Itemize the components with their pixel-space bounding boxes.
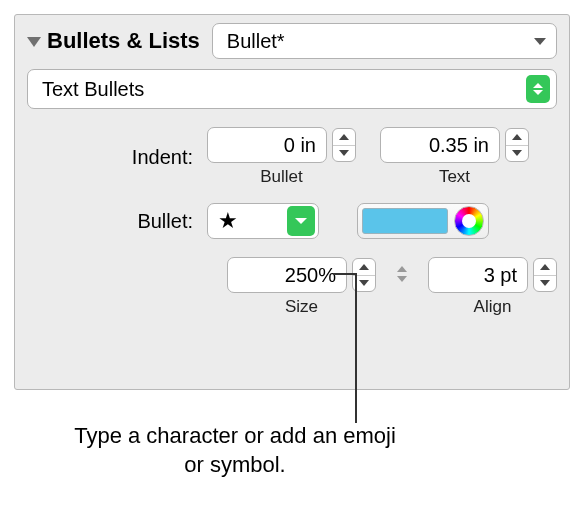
align-stepper[interactable] bbox=[533, 258, 557, 292]
bullet-indent-stepper[interactable] bbox=[332, 128, 356, 162]
color-wheel-icon[interactable] bbox=[454, 206, 484, 236]
bullet-row: Bullet: ★ bbox=[15, 203, 569, 239]
popup-stepper-icon bbox=[526, 75, 550, 103]
bullet-label: Bullet: bbox=[27, 210, 207, 233]
indent-label: Indent: bbox=[27, 146, 207, 169]
callout-caption: Type a character or add an emoji or symb… bbox=[70, 422, 400, 479]
bullet-color-well[interactable] bbox=[357, 203, 489, 239]
align-sublabel: Align bbox=[474, 297, 512, 317]
bullet-type-select[interactable]: Text Bullets bbox=[27, 69, 557, 109]
disclosure-triangle-icon[interactable] bbox=[27, 37, 41, 47]
bullet-character-field[interactable]: ★ bbox=[207, 203, 319, 239]
list-style-value: Bullet* bbox=[227, 30, 285, 53]
bullet-indent-input[interactable] bbox=[207, 127, 327, 163]
size-input[interactable] bbox=[227, 257, 347, 293]
callout-line bbox=[355, 273, 357, 423]
bullets-lists-panel: Bullets & Lists Bullet* Text Bullets Ind… bbox=[14, 14, 570, 390]
bullet-type-value: Text Bullets bbox=[42, 78, 144, 101]
list-style-select[interactable]: Bullet* bbox=[212, 23, 557, 59]
section-header: Bullets & Lists Bullet* bbox=[15, 23, 569, 69]
section-title: Bullets & Lists bbox=[47, 28, 200, 54]
bullet-glyph-menu-icon[interactable] bbox=[287, 206, 315, 236]
chevron-down-icon bbox=[534, 38, 546, 45]
text-indent-sublabel: Text bbox=[439, 167, 470, 187]
text-indent-input[interactable] bbox=[380, 127, 500, 163]
bullet-indent-sublabel: Bullet bbox=[260, 167, 303, 187]
bullet-glyph: ★ bbox=[208, 208, 287, 234]
size-sublabel: Size bbox=[285, 297, 318, 317]
indent-row: Indent: Bullet bbox=[15, 127, 569, 187]
text-indent-stepper[interactable] bbox=[505, 128, 529, 162]
color-swatch[interactable] bbox=[362, 208, 448, 234]
align-split-icon bbox=[392, 257, 412, 291]
align-input[interactable] bbox=[428, 257, 528, 293]
